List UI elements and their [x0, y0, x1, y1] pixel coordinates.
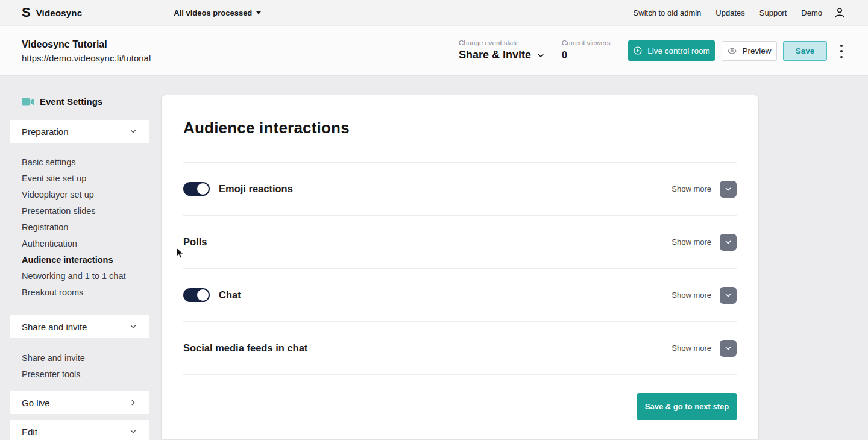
sidebar-item-registration[interactable]: Registration — [22, 219, 149, 236]
sidebar-item-breakout-rooms[interactable]: Breakout rooms — [22, 284, 149, 301]
chevron-down-icon — [724, 185, 732, 193]
sidebar-item-basic-settings[interactable]: Basic settings — [22, 154, 149, 171]
event-title-block: Videosync Tutorial https://demo.videosyn… — [22, 38, 151, 65]
feature-row-polls: Polls Show more — [183, 216, 737, 269]
more-options-kebab-menu[interactable] — [838, 45, 845, 58]
show-more-link[interactable]: Show more — [671, 344, 711, 353]
sidebar-section-share-and-invite[interactable]: Share and invite — [10, 315, 149, 338]
sidebar-section-preparation[interactable]: Preparation — [10, 120, 149, 143]
preparation-item-list: Basic settings Event site set up Videopl… — [22, 154, 149, 301]
sidebar: Event Settings Preparation Basic setting… — [10, 76, 149, 440]
feature-row-chat: Chat Show more — [183, 269, 737, 322]
eye-icon — [727, 46, 737, 56]
expand-row-button[interactable] — [720, 181, 737, 198]
feature-row-social-media-feeds: Social media feeds in chat Show more — [183, 322, 737, 375]
show-more-link[interactable]: Show more — [671, 237, 711, 247]
videosync-logo-icon: S — [22, 6, 31, 19]
sidebar-item-presenter-tools[interactable]: Presenter tools — [22, 366, 149, 383]
edit-label: Edit — [22, 427, 37, 437]
sidebar-item-authentication[interactable]: Authentication — [22, 236, 149, 252]
feature-label: Social media feeds in chat — [183, 342, 307, 354]
switch-old-admin-link[interactable]: Switch to old admin — [634, 8, 702, 17]
page-title: Videosync Tutorial — [22, 38, 151, 51]
preview-label: Preview — [742, 46, 771, 55]
expand-row-button[interactable] — [720, 340, 737, 357]
share-item-list: Share and invite Presenter tools — [22, 350, 149, 383]
go-live-label: Go live — [22, 398, 50, 408]
preparation-label: Preparation — [22, 127, 69, 137]
video-camera-icon — [22, 98, 34, 106]
caret-down-icon — [256, 11, 261, 14]
videos-processed-label: All videos processed — [174, 8, 252, 17]
expand-row-button[interactable] — [720, 234, 737, 251]
feature-label: Chat — [219, 289, 241, 301]
page-body: Event Settings Preparation Basic setting… — [0, 76, 868, 440]
sidebar-item-share-and-invite[interactable]: Share and invite — [22, 350, 149, 366]
brand-logo-link[interactable]: S Videosync — [22, 6, 82, 19]
show-more-link[interactable]: Show more — [671, 291, 711, 300]
sidebar-item-networking-1to1-chat[interactable]: Networking and 1 to 1 chat — [22, 268, 149, 284]
save-and-next-step-label: Save & go to next step — [645, 402, 729, 411]
play-circle-icon — [633, 46, 643, 55]
feature-label: Polls — [183, 236, 207, 248]
share-and-invite-label: Share and invite — [22, 322, 87, 332]
show-more-link[interactable]: Show more — [671, 184, 711, 193]
videos-processed-dropdown[interactable]: All videos processed — [174, 8, 261, 17]
audience-interactions-card: Audience interactions Emoji reactions Sh… — [161, 95, 759, 440]
demo-link[interactable]: Demo — [801, 8, 822, 17]
updates-link[interactable]: Updates — [715, 8, 744, 17]
sidebar-item-event-site-set-up[interactable]: Event site set up — [22, 171, 149, 187]
section-title: Audience interactions — [183, 118, 737, 137]
support-link[interactable]: Support — [760, 8, 787, 17]
sidebar-item-videoplayer-set-up[interactable]: Videoplayer set up — [22, 187, 149, 203]
chevron-down-icon — [129, 322, 137, 331]
chevron-down-icon — [129, 127, 137, 136]
chevron-down-icon — [724, 238, 732, 247]
chevron-down-icon — [129, 427, 137, 436]
chevron-down-icon — [536, 51, 546, 60]
event-header: Videosync Tutorial https://demo.videosyn… — [0, 26, 868, 76]
event-url[interactable]: https://demo.videosync.fi/tutorial — [22, 52, 151, 65]
live-control-room-label: Live control room — [647, 46, 710, 55]
current-viewers-label: Current viewers — [562, 39, 611, 47]
chevron-down-icon — [724, 291, 732, 300]
sidebar-item-presentation-slides[interactable]: Presentation slides — [22, 203, 149, 219]
live-control-room-button[interactable]: Live control room — [628, 40, 715, 61]
user-account-icon[interactable] — [833, 6, 846, 19]
event-state-dropdown[interactable]: Share & invite — [459, 49, 546, 61]
sidebar-item-audience-interactions[interactable]: Audience interactions — [22, 252, 149, 268]
event-state-label: Change event state — [459, 39, 546, 47]
sidebar-section-go-live[interactable]: Go live — [10, 391, 149, 414]
sidebar-section-edit[interactable]: Edit — [10, 420, 149, 440]
sidebar-heading: Event Settings — [22, 96, 149, 107]
save-and-next-step-button[interactable]: Save & go to next step — [637, 393, 737, 420]
expand-row-button[interactable] — [720, 287, 737, 304]
event-state-block: Change event state Share & invite — [459, 39, 546, 61]
chat-toggle[interactable] — [183, 288, 210, 302]
brand-name: Videosync — [36, 8, 83, 18]
feature-label: Emoji reactions — [219, 183, 293, 195]
emoji-reactions-toggle[interactable] — [183, 182, 210, 196]
preview-button[interactable]: Preview — [722, 41, 777, 61]
top-links: Switch to old admin Updates Support Demo — [634, 8, 822, 17]
feature-row-emoji-reactions: Emoji reactions Show more — [183, 163, 737, 216]
chevron-right-icon — [129, 398, 137, 407]
sidebar-heading-label: Event Settings — [40, 96, 102, 107]
chevron-down-icon — [724, 344, 732, 353]
top-bar: S Videosync All videos processed Switch … — [0, 0, 868, 26]
event-state-value: Share & invite — [459, 49, 531, 61]
current-viewers-count: 0 — [562, 50, 611, 61]
save-button[interactable]: Save — [783, 41, 827, 61]
current-viewers-block: Current viewers 0 — [562, 39, 611, 61]
save-label: Save — [796, 46, 815, 55]
